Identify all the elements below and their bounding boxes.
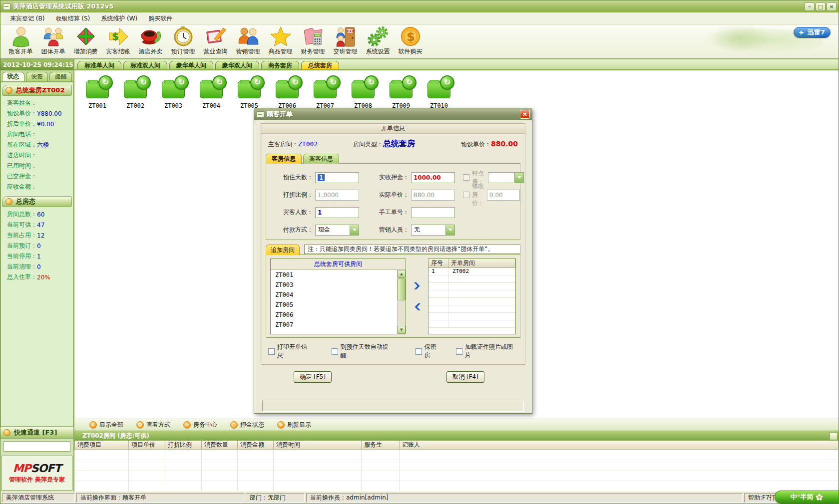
tab-business-suite[interactable]: 商务套房 xyxy=(261,61,299,69)
toolbar-shift-button[interactable]: EXIT 交班管理 xyxy=(329,25,362,56)
room-item[interactable]: ZT003 xyxy=(161,77,185,109)
view-deposit-status[interactable]: ○押金状态 xyxy=(230,421,264,429)
quick-channel-input[interactable] xyxy=(3,441,70,452)
menu-cashier[interactable]: 收银结算 (S) xyxy=(50,13,95,24)
modify-price-input[interactable]: 0.00 xyxy=(487,190,520,201)
list-scrollbar[interactable]: ▲ ▼ xyxy=(397,270,406,334)
toolbar-hotel-takeout-button[interactable]: 酒店外卖 xyxy=(134,25,167,56)
tab-room-info[interactable]: 客房信息 xyxy=(266,154,302,164)
print-checkin-checkbox[interactable]: 打印开单信息 xyxy=(268,343,313,360)
toolbar-buy-software-button[interactable]: $ 软件购买 xyxy=(394,25,426,56)
menu-guest-register[interactable]: 来宾登记 (B) xyxy=(4,13,50,24)
modify-price-checkbox[interactable] xyxy=(463,192,469,198)
hourly-room-checkbox[interactable] xyxy=(463,174,469,181)
ime-indicator[interactable]: 中°半简 xyxy=(775,491,839,504)
toolbar-settings-button[interactable]: 系统设置 xyxy=(362,25,394,56)
toolbar-finance-button[interactable]: 财务管理 xyxy=(297,25,329,56)
room-item[interactable]: ZT005 xyxy=(237,77,261,109)
list-item[interactable]: ZT003 xyxy=(271,280,406,290)
xunlei-badge[interactable]: 迅雷7 xyxy=(794,27,831,38)
list-item[interactable]: ZT001 xyxy=(271,270,406,280)
room-item[interactable]: ZT001 xyxy=(85,77,109,109)
menu-system-maintenance[interactable]: 系统维护 (W) xyxy=(95,13,143,24)
col-discount[interactable]: 打折比例 xyxy=(165,441,202,450)
load-id-photo-checkbox[interactable]: 加载证件照片或图片 xyxy=(456,343,518,360)
tab-guest-info[interactable]: 宾客信息 xyxy=(303,154,339,164)
scroll-thumb[interactable] xyxy=(398,278,406,300)
list-item[interactable]: ZT005 xyxy=(271,300,406,310)
checkin-info-group: 开单信息 主客房间：ZT002 房间类型：总统套房 预设单价：880.00 客房… xyxy=(261,123,525,365)
actual-price-input[interactable]: 880.00 xyxy=(411,190,455,201)
tab-standard-double[interactable]: 标准双人间 xyxy=(123,61,167,69)
deposit-input[interactable]: 1000.00 xyxy=(411,172,455,183)
view-refresh[interactable]: ↻刷新显示 xyxy=(277,421,311,429)
tab-deluxe-double[interactable]: 豪华双人间 xyxy=(215,61,259,69)
room-item[interactable]: ZT007 xyxy=(313,77,337,109)
toolbar-marketing-button[interactable]: 营销管理 xyxy=(232,25,264,56)
col-sequence[interactable]: 序号 xyxy=(428,259,448,268)
tab-deluxe-single[interactable]: 豪华单人间 xyxy=(169,61,213,69)
tab-presidential-suite[interactable]: 总统套房 xyxy=(301,61,339,69)
room-item[interactable]: ZT002 xyxy=(123,77,147,109)
toolbar-goods-button[interactable]: 商品管理 xyxy=(264,25,297,56)
append-room-tab[interactable]: 追加房间 xyxy=(266,245,300,255)
room-item[interactable]: ZT006 xyxy=(275,77,299,109)
minimize-button[interactable]: – xyxy=(805,2,815,11)
toolbar-reservation-button[interactable]: 预订管理 xyxy=(167,25,199,56)
col-consume-item[interactable]: 消费项目 xyxy=(75,441,129,450)
col-quantity[interactable]: 消费数量 xyxy=(202,441,238,450)
stay-days-input[interactable]: 1 xyxy=(315,172,359,183)
maximize-button[interactable]: □ xyxy=(816,2,826,11)
toolbar-guest-checkout-button[interactable]: $ 宾客结账 xyxy=(102,25,134,56)
quick-channel-header[interactable]: 快速通道 [F3] xyxy=(0,427,73,439)
table-row[interactable]: 1ZT002 xyxy=(428,268,515,275)
dialog-close-button[interactable]: × xyxy=(520,110,530,119)
sidebar-tab-notes[interactable]: 便签 xyxy=(26,72,48,81)
col-time[interactable]: 消费时间 xyxy=(274,441,362,450)
col-amount[interactable]: 消费金额 xyxy=(238,441,274,450)
view-show-all[interactable]: ↓显示全部 xyxy=(89,421,123,429)
view-mode[interactable]: Q查看方式 xyxy=(136,421,170,429)
list-item[interactable]: ZT004 xyxy=(271,290,406,300)
room-item[interactable]: ZT010 xyxy=(427,77,451,109)
menu-buy-software[interactable]: 购买软件 xyxy=(143,13,178,24)
list-item[interactable]: ZT007 xyxy=(271,320,406,330)
scroll-up-icon[interactable]: ▲ xyxy=(398,270,406,278)
room-item[interactable]: ZT009 xyxy=(389,77,413,109)
guest-count-input[interactable]: 1 xyxy=(315,207,359,218)
cancel-button[interactable]: 取消 [F4] xyxy=(446,371,484,383)
sidebar-tab-reminder[interactable]: 提醒 xyxy=(49,72,72,81)
auto-remind-checkbox[interactable]: 到预住天数自动提醒 xyxy=(332,343,394,360)
form-row: 打折比例： 1.0000 实际单价： 880.00 修改房价： 0.00 xyxy=(266,189,520,201)
room-item[interactable]: ZT008 xyxy=(351,77,375,109)
toolbar-group-checkin-button[interactable]: 团体开单 xyxy=(37,25,69,56)
col-waiter[interactable]: 服务生 xyxy=(362,441,400,450)
toolbar-business-query-button[interactable]: 营业查询 xyxy=(199,25,232,56)
available-rooms-header: 总统套房可供房间 xyxy=(271,259,406,270)
view-room-service[interactable]: ⌂房务中心 xyxy=(183,421,217,429)
col-item-price[interactable]: 项目单价 xyxy=(129,441,165,450)
sidebar-tab-status[interactable]: 状态 xyxy=(2,72,24,81)
toolbar-walk-in-button[interactable]: 散客开单 xyxy=(4,25,37,56)
list-item[interactable]: ZT006 xyxy=(271,310,406,320)
selected-rooms-table: 序号 开单房间 1ZT002 xyxy=(428,258,516,334)
marketer-select[interactable]: 无 xyxy=(411,225,455,236)
col-bookkeeper[interactable]: 记账人 xyxy=(400,441,839,450)
room-item[interactable]: ZT004 xyxy=(199,77,223,109)
consumption-corner-button[interactable] xyxy=(830,432,838,440)
move-left-icon[interactable] xyxy=(413,303,421,311)
hourly-room-select[interactable] xyxy=(488,172,524,183)
toolbar-add-expense-button[interactable]: 增加消费 xyxy=(69,25,102,56)
close-button[interactable]: × xyxy=(827,2,837,11)
manual-number-input[interactable] xyxy=(411,207,455,218)
discount-ratio-input[interactable]: 1.0000 xyxy=(315,190,359,201)
col-checkin-room[interactable]: 开单房间 xyxy=(448,259,515,268)
payment-method-select[interactable]: 现金 xyxy=(315,225,359,236)
scroll-down-icon[interactable]: ▼ xyxy=(398,326,406,334)
available-rooms-list[interactable]: ZT001 ZT003 ZT004 ZT005 ZT006 ZT007 ▲ ▼ xyxy=(271,270,406,334)
private-room-checkbox[interactable]: 保密房 xyxy=(416,343,442,360)
tab-standard-single[interactable]: 标准单人间 xyxy=(77,61,121,69)
ok-button[interactable]: 确定 [F5] xyxy=(294,371,332,383)
title-bar: 美萍酒店管理系统试用版 2012v5 – □ × xyxy=(0,0,839,12)
move-right-icon[interactable] xyxy=(413,282,421,290)
